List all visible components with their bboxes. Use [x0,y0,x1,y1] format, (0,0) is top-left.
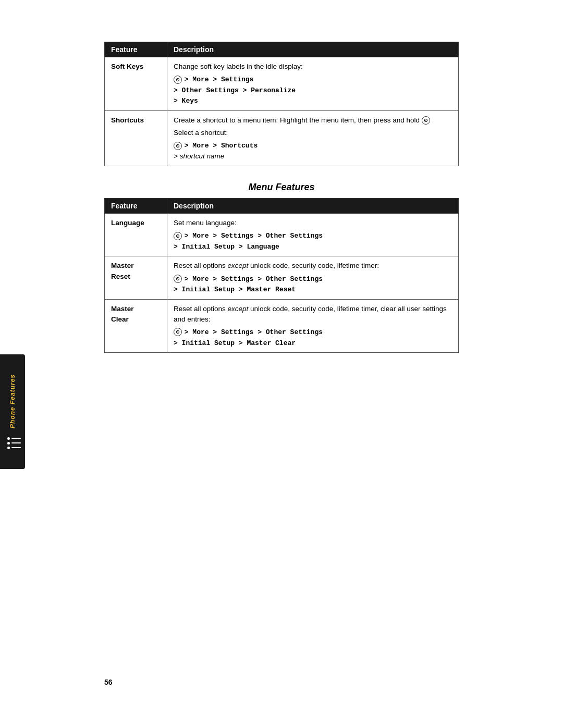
menu-icon-inline: ⊙ [422,116,430,125]
shortcut-name-italic: > shortcut name [174,152,224,160]
line [11,438,21,439]
dot [7,437,10,440]
section-title-menu-features: Menu Features [104,182,459,193]
menu-icon-lang: ⊙ [174,232,182,240]
master-clear-path: ⊙ > More > Settings > Other Settings > I… [174,327,452,348]
desc-shortcuts: Create a shortcut to a menu item: Highli… [167,110,459,166]
feature-language: Language [105,214,167,256]
page-number: 56 [104,678,113,686]
sidebar-label: Phone Features [9,374,16,428]
clear-path-1: > More > Settings > Other Settings [185,328,323,336]
desc-softkeys: Change soft key labels in the idle displ… [167,57,459,111]
feature-shortcuts: Shortcuts [105,110,167,166]
table-row: MasterReset Reset all options except unl… [105,256,459,299]
path-bold-3: > Keys [174,97,198,105]
table-shortcuts: Feature Description Soft Keys Change sof… [104,42,459,166]
except-italic-2: except [228,305,249,313]
col-feature-2: Feature [105,199,167,214]
dot [7,447,10,449]
table-row: Soft Keys Change soft key labels in the … [105,57,459,111]
path-shortcuts-bold: > More > Shortcuts [185,142,258,150]
line [11,442,21,443]
menu-icon-clear: ⊙ [174,328,182,336]
master-clear-text: Reset all options except unlock code, se… [174,304,452,325]
table-row: MasterClear Reset all options except unl… [105,299,459,353]
table-menu-features: Feature Description Language Set menu la… [104,198,459,353]
feature-master-clear: MasterClear [105,299,167,353]
menu-icon-2: ⊙ [174,142,182,150]
line [11,447,21,448]
softkeys-path: ⊙ > More > Settings > Other Settings > P… [174,74,452,106]
page: Phone Features Feature Description [0,0,563,728]
desc-master-clear: Reset all options except unlock code, se… [167,299,459,353]
icon-row-1 [7,437,21,440]
icon-row-3 [7,447,21,449]
master-reset-path: ⊙ > More > Settings > Other Settings > I… [174,274,452,295]
path-bold-1: > More > Settings [185,76,254,83]
language-path: ⊙ > More > Settings > Other Settings > I… [174,230,452,252]
desc-master-reset: Reset all options except unlock code, se… [167,256,459,299]
shortcuts-text-1: Create a shortcut to a menu item: Highli… [174,115,452,126]
language-text: Set menu language: [174,218,452,228]
feature-master-reset: MasterReset [105,256,167,299]
sidebar-icons [4,437,21,449]
lang-path-2: > Initial Setup > Language [174,243,279,251]
clear-path-2: > Initial Setup > Master Clear [174,339,296,347]
master-reset-text: Reset all options except unlock code, se… [174,261,452,271]
col-description-1: Description [167,42,459,57]
sidebar-tab: Phone Features [0,354,25,469]
desc-language: Set menu language: ⊙ > More > Settings >… [167,214,459,256]
menu-icon-reset: ⊙ [174,275,182,283]
icon-row-2 [7,442,21,445]
dot [7,442,10,445]
shortcuts-text-2: Select a shortcut: [174,128,452,138]
menu-icon: ⊙ [174,76,182,84]
path-bold-2: > Other Settings > Personalize [174,87,296,94]
table-row: Shortcuts Create a shortcut to a menu it… [105,110,459,166]
feature-softkeys: Soft Keys [105,57,167,111]
content-area: Feature Description Soft Keys Change sof… [0,0,563,410]
col-feature-1: Feature [105,42,167,57]
col-description-2: Description [167,199,459,214]
shortcuts-path: ⊙ > More > Shortcuts > shortcut name [174,140,452,162]
lang-path-1: > More > Settings > Other Settings [185,232,323,240]
except-italic: except [228,262,249,269]
softkeys-text-1: Change soft key labels in the idle displ… [174,61,452,72]
table-row: Language Set menu language: ⊙ > More > S… [105,214,459,256]
reset-path-1: > More > Settings > Other Settings [185,275,323,283]
reset-path-2: > Initial Setup > Master Reset [174,286,296,293]
